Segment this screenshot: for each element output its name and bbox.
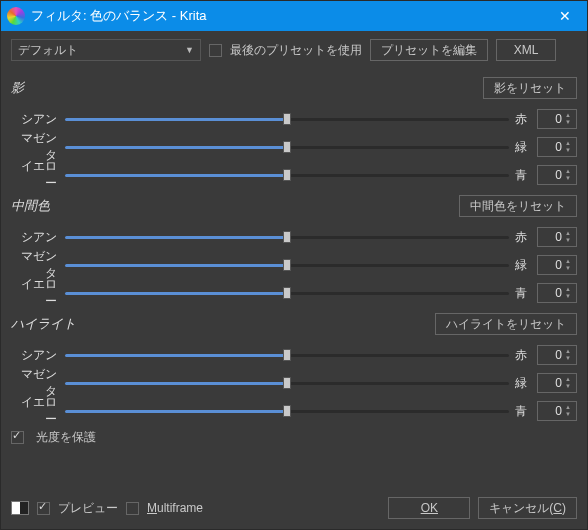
channel-right-label: 青 <box>515 403 531 420</box>
balance-spinbox[interactable]: 0▲▼ <box>537 227 577 247</box>
use-last-preset-checkbox[interactable] <box>209 44 222 57</box>
channel-right-label: 緑 <box>515 375 531 392</box>
channel-left-label: イエロー <box>11 158 59 192</box>
channel-right-label: 青 <box>515 167 531 184</box>
channel-right-label: 赤 <box>515 229 531 246</box>
balance-spinbox[interactable]: 0▲▼ <box>537 255 577 275</box>
balance-slider[interactable] <box>65 230 509 244</box>
channel-right-label: 赤 <box>515 111 531 128</box>
channel-left-label: シアン <box>11 111 59 128</box>
edit-presets-button[interactable]: プリセットを編集 <box>370 39 488 61</box>
preview-checkbox[interactable] <box>37 502 50 515</box>
window-title: フィルタ: 色のバランス - Krita <box>31 7 543 25</box>
use-last-preset-label: 最後のプリセットを使用 <box>230 42 362 59</box>
channel-left-label: シアン <box>11 347 59 364</box>
multiframe-checkbox[interactable] <box>126 502 139 515</box>
channel-left-label: イエロー <box>11 276 59 310</box>
chevron-down-icon: ▼ <box>185 45 194 55</box>
ok-button[interactable]: OK <box>388 497 470 519</box>
section-title: 影 <box>11 79 483 97</box>
balance-spinbox[interactable]: 0▲▼ <box>537 109 577 129</box>
section-title: 中間色 <box>11 197 459 215</box>
balance-spinbox[interactable]: 0▲▼ <box>537 283 577 303</box>
balance-slider[interactable] <box>65 286 509 300</box>
multiframe-label: Multiframe <box>147 501 203 515</box>
balance-slider[interactable] <box>65 258 509 272</box>
channel-right-label: 緑 <box>515 139 531 156</box>
balance-spinbox[interactable]: 0▲▼ <box>537 401 577 421</box>
balance-spinbox[interactable]: 0▲▼ <box>537 373 577 393</box>
xml-button[interactable]: XML <box>496 39 556 61</box>
balance-slider[interactable] <box>65 140 509 154</box>
cancel-button[interactable]: キャンセル(C) <box>478 497 577 519</box>
app-icon <box>7 7 25 25</box>
reset-button[interactable]: 中間色をリセット <box>459 195 577 217</box>
balance-spinbox[interactable]: 0▲▼ <box>537 137 577 157</box>
channel-left-label: シアン <box>11 229 59 246</box>
channel-left-label: イエロー <box>11 394 59 428</box>
close-button[interactable]: ✕ <box>543 1 587 31</box>
channel-right-label: 青 <box>515 285 531 302</box>
preview-icon <box>11 501 29 515</box>
balance-slider[interactable] <box>65 404 509 418</box>
balance-slider[interactable] <box>65 376 509 390</box>
preset-value: デフォルト <box>18 42 78 59</box>
balance-slider[interactable] <box>65 168 509 182</box>
preserve-luminosity-checkbox[interactable] <box>11 431 24 444</box>
reset-button[interactable]: ハイライトをリセット <box>435 313 577 335</box>
balance-spinbox[interactable]: 0▲▼ <box>537 345 577 365</box>
balance-spinbox[interactable]: 0▲▼ <box>537 165 577 185</box>
reset-button[interactable]: 影をリセット <box>483 77 577 99</box>
preview-label: プレビュー <box>58 500 118 517</box>
balance-slider[interactable] <box>65 348 509 362</box>
balance-slider[interactable] <box>65 112 509 126</box>
preserve-luminosity-label: 光度を保護 <box>36 429 96 446</box>
section-title: ハイライト <box>11 315 435 333</box>
channel-right-label: 赤 <box>515 347 531 364</box>
preset-combo[interactable]: デフォルト ▼ <box>11 39 201 61</box>
channel-right-label: 緑 <box>515 257 531 274</box>
